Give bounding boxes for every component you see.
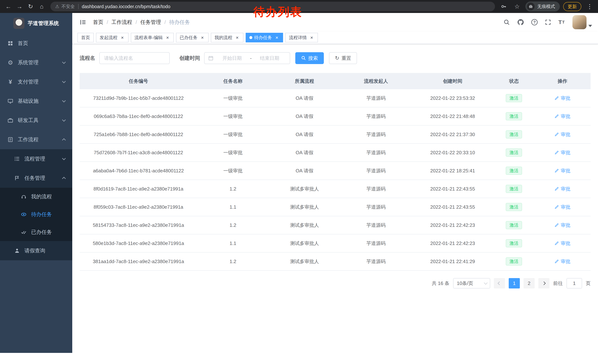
next-page-button[interactable]	[538, 278, 549, 289]
task-starter: 芋道源码	[340, 126, 412, 143]
update-button[interactable]: 更新	[563, 2, 581, 11]
view-tab[interactable]: 流程表单-编辑 ×	[131, 33, 174, 42]
status-badge: 激活	[506, 185, 522, 193]
table-row: 58154733-7ac8-11ec-a9e2-a2380e71991a 1.2…	[80, 216, 590, 235]
breadcrumb-task-management: 任务管理	[141, 19, 161, 26]
col-status: 状态	[493, 73, 534, 89]
tab-close-icon[interactable]: ×	[234, 35, 240, 40]
view-tab[interactable]: 我的流程 ×	[211, 33, 243, 42]
view-tab[interactable]: 待办任务 ×	[246, 33, 283, 42]
sidebar-item-process-management[interactable]: 流程管理	[0, 149, 72, 169]
page-number-button[interactable]: 1	[509, 278, 520, 289]
sidebar-item-home[interactable]: 首页	[0, 34, 72, 53]
goto-label: 前往	[553, 280, 563, 287]
browser-menu-icon[interactable]: ⋮	[585, 1, 595, 11]
sidebar-item-infrastructure[interactable]: 基础设施	[0, 91, 72, 111]
sidebar-collapse-icon[interactable]	[78, 17, 88, 27]
key-icon[interactable]	[499, 1, 509, 11]
sidebar-item-done-tasks[interactable]: 已办任务	[0, 223, 72, 241]
approve-link[interactable]: 审批	[555, 258, 570, 265]
tab-close-icon[interactable]: ×	[165, 35, 170, 40]
filter-bar: 流程名 创建时间 开始日期 - 结束日期	[80, 52, 590, 64]
task-create-time: 2022-01-21 22:42:23	[412, 216, 493, 234]
flag-icon	[14, 175, 20, 181]
approve-link[interactable]: 审批	[555, 186, 570, 192]
tab-close-icon[interactable]: ×	[274, 35, 279, 40]
task-id: 73211d9d-7b9b-11ec-b5b7-acde48001122	[80, 89, 197, 107]
sidebar-item-leave-query[interactable]: 请假查询	[0, 241, 72, 260]
approve-link[interactable]: 审批	[555, 131, 570, 138]
sidebar-item-payment[interactable]: ¥ 支付管理	[0, 72, 72, 91]
approve-link[interactable]: 审批	[555, 113, 570, 120]
approve-link[interactable]: 审批	[555, 222, 570, 228]
fullscreen-icon[interactable]	[545, 19, 551, 25]
reset-button[interactable]: ↻ 重置	[329, 52, 357, 64]
active-dot-icon	[249, 36, 252, 39]
forward-icon[interactable]: →	[15, 1, 25, 11]
font-size-icon[interactable]: TT	[558, 19, 565, 25]
task-create-time: 2022-01-21 22:41:29	[412, 252, 493, 270]
table-row: 069c6a63-7b8a-11ec-8ef0-acde48001122 一级审…	[80, 107, 590, 126]
table-row: 8f0d1619-7ac8-11ec-a9e2-a2380e71991a 1.2…	[80, 180, 590, 198]
refresh-icon: ↻	[335, 56, 339, 61]
user-menu[interactable]	[573, 15, 592, 29]
dashboard-icon	[8, 40, 13, 46]
approve-link[interactable]: 审批	[555, 240, 570, 247]
workflow-icon	[8, 137, 13, 143]
approve-link[interactable]: 审批	[555, 95, 570, 101]
search-icon[interactable]	[504, 19, 510, 25]
pagination-total: 共 16 条	[432, 280, 449, 287]
back-icon[interactable]: ←	[3, 1, 13, 11]
tab-close-icon[interactable]: ×	[120, 35, 125, 40]
monitor-icon	[8, 98, 13, 104]
col-starter: 流程发起人	[340, 73, 412, 89]
github-icon[interactable]	[517, 19, 524, 25]
chevron-up-icon	[62, 177, 66, 180]
task-name: 1.1	[197, 235, 269, 252]
view-tab[interactable]: 首页	[77, 33, 94, 42]
table-row: 75d72608-7b7f-11ec-a3c8-acde48001122 一级审…	[80, 144, 590, 162]
chevron-up-icon	[62, 138, 66, 142]
sidebar: 芋道管理系统 首页 ⚙ 系统管理 ¥ 支付管理 基础设施	[0, 13, 72, 353]
page-size-select[interactable]: 10条/页	[453, 278, 490, 289]
goto-page-input[interactable]	[566, 278, 582, 289]
home-icon[interactable]: ⌂	[37, 1, 47, 11]
incognito-label: 无痕模式	[537, 4, 555, 9]
sidebar-item-my-process[interactable]: 我的流程	[0, 188, 72, 205]
approve-link[interactable]: 审批	[555, 149, 570, 156]
sidebar-item-task-management[interactable]: 任务管理	[0, 169, 72, 188]
tab-close-icon[interactable]: ×	[200, 35, 205, 40]
help-icon[interactable]: ?	[531, 19, 538, 25]
bookmark-star-icon[interactable]: ☆	[512, 1, 522, 11]
sidebar-item-workflow[interactable]: 工作流程	[0, 130, 72, 149]
sidebar-item-system[interactable]: ⚙ 系统管理	[0, 53, 72, 72]
page-number-button[interactable]: 2	[523, 278, 535, 289]
app-title: 芋道管理系统	[28, 20, 59, 27]
search-button[interactable]: 搜索	[295, 52, 324, 64]
task-id: a6aba0a4-7b6d-11ec-b781-acde48001122	[80, 162, 197, 180]
prev-page-button[interactable]	[494, 278, 505, 289]
arrow-left-icon	[498, 281, 501, 285]
end-date-placeholder: 结束日期	[253, 55, 286, 61]
todo-task-table: 任务编号 任务名称 所属流程 流程发起人 创建时间 状态 操作 73211d9d…	[80, 73, 590, 271]
approve-link[interactable]: 审批	[555, 168, 570, 174]
col-task-id: 任务编号	[80, 73, 197, 89]
warning-icon: ⚠	[55, 4, 59, 9]
view-tab[interactable]: 发起流程 ×	[96, 33, 129, 42]
task-name: 一级审批	[197, 126, 269, 143]
breadcrumb-home[interactable]: 首页	[93, 19, 103, 26]
sidebar-item-devtools[interactable]: 研发工具	[0, 111, 72, 130]
arrow-right-icon	[542, 281, 546, 285]
tab-close-icon[interactable]: ×	[309, 35, 314, 40]
create-time-label: 创建时间	[179, 55, 200, 62]
breadcrumb-current: 待办任务	[169, 19, 190, 26]
app-logo[interactable]: 芋道管理系统	[0, 13, 72, 34]
chevron-down-icon	[62, 99, 66, 102]
sidebar-item-todo-tasks[interactable]: 待办任务	[0, 205, 72, 223]
view-tab[interactable]: 流程详情 ×	[285, 33, 318, 42]
approve-link[interactable]: 审批	[555, 204, 570, 210]
view-tab[interactable]: 已办任务 ×	[176, 33, 208, 42]
reload-icon[interactable]: ↻	[25, 1, 36, 11]
process-name-input[interactable]	[99, 52, 170, 64]
create-time-range-picker[interactable]: 开始日期 - 结束日期	[204, 52, 290, 64]
